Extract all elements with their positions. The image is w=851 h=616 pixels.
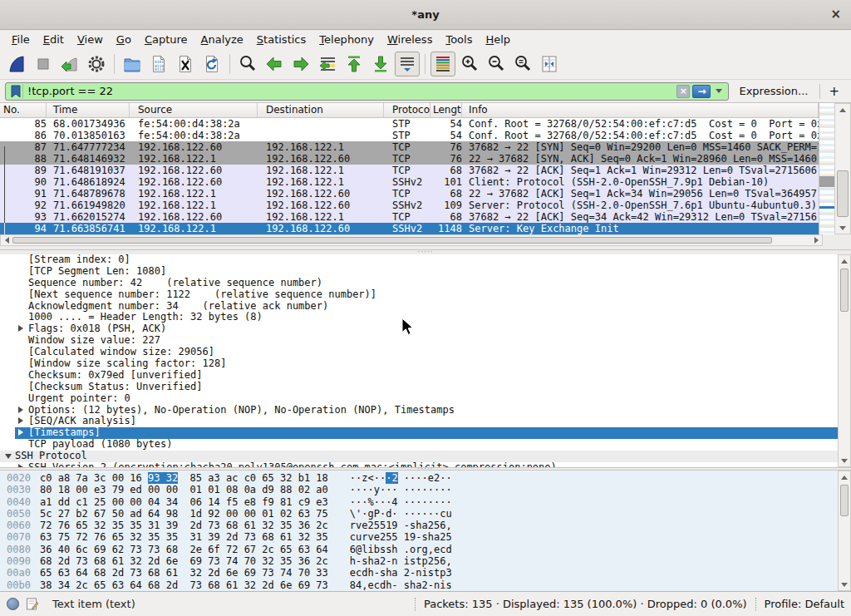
scroll-down-icon[interactable]	[839, 579, 850, 590]
detail-line[interactable]: [TCP Segment Len: 1080]	[0, 266, 838, 278]
scroll-down-icon[interactable]	[835, 222, 850, 234]
collapsed-arrow-icon[interactable]	[18, 427, 28, 439]
menu-capture[interactable]: Capture	[138, 32, 194, 47]
packet-list-hscroll-thumb[interactable]	[12, 237, 772, 244]
menu-analyze[interactable]: Analyze	[194, 32, 250, 47]
auto-scroll-icon[interactable]	[395, 52, 420, 76]
menu-statistics[interactable]: Statistics	[250, 32, 312, 47]
column-header-destination[interactable]: Destination	[258, 103, 384, 117]
add-filter-button[interactable]: +	[819, 84, 846, 99]
menu-telephony[interactable]: Telephony	[312, 32, 381, 47]
menu-tools[interactable]: Tools	[439, 32, 479, 47]
detail-line[interactable]: TCP payload (1080 bytes)	[0, 439, 838, 451]
column-header-protocol[interactable]: Protocol	[384, 103, 430, 117]
scroll-up-icon[interactable]	[839, 255, 850, 267]
filter-bookmark-icon[interactable]	[8, 84, 23, 99]
detail-line[interactable]: Acknowledgment number: 34 (relative ack …	[0, 301, 838, 313]
collapsed-arrow-icon[interactable]	[18, 462, 28, 467]
detail-line[interactable]: Window size value: 227	[0, 335, 838, 347]
close-window-button[interactable]: ×	[830, 7, 841, 21]
hex-row-0080[interactable]: 008036 40 6c 69 62 73 73 68 2e 6f 72 67 …	[0, 544, 851, 555]
hex-row-0050[interactable]: 00505c 27 b2 67 50 ad 64 98 1d 92 00 00 …	[0, 508, 851, 520]
packet-row-93[interactable]: 9371.662015274192.168.122.60192.168.122.…	[0, 211, 819, 223]
filter-history-dropdown-icon[interactable]	[716, 89, 722, 93]
hex-row-00a0[interactable]: 00a065 63 64 68 2d 73 68 61 32 2d 6e 69 …	[0, 567, 851, 579]
scroll-up-icon[interactable]	[835, 104, 850, 116]
packet-list-vscroll-thumb[interactable]	[837, 170, 849, 217]
details-vscrollbar[interactable]	[838, 254, 851, 467]
expression-button[interactable]: Expression...	[729, 85, 818, 97]
packet-row-85[interactable]: 8568.001734936fe:54:00:d4:38:2aSTP54Conf…	[0, 118, 819, 130]
packet-row-92[interactable]: 9271.661949820192.168.122.1192.168.122.6…	[0, 200, 819, 211]
hex-row-0020[interactable]: 0020c0 a8 7a 3c 00 16 93 32 85 a3 ac c0 …	[0, 472, 851, 484]
hex-row-0060[interactable]: 006072 76 65 32 35 35 31 39 2d 73 68 61 …	[0, 520, 851, 531]
detail-line[interactable]: SSH Protocol	[0, 451, 838, 462]
menu-file[interactable]: File	[5, 32, 37, 47]
packet-row-94[interactable]: 9471.663856741192.168.122.1192.168.122.6…	[0, 223, 819, 234]
column-header-no[interactable]: No.	[0, 103, 47, 117]
zoom-normal-icon[interactable]	[510, 52, 535, 76]
detail-line[interactable]: [Window size scaling factor: 128]	[0, 358, 838, 370]
detail-line[interactable]: Urgent pointer: 0	[0, 393, 838, 405]
collapsed-arrow-icon[interactable]	[18, 323, 28, 335]
scroll-left-icon[interactable]	[1, 235, 12, 245]
detail-line[interactable]: Flags: 0x018 (PSH, ACK)	[0, 323, 838, 335]
scroll-right-icon[interactable]	[810, 235, 822, 245]
column-header-source[interactable]: Source	[130, 103, 258, 117]
packet-row-86[interactable]: 8670.013850163fe:54:00:d4:38:2aSTP54Conf…	[0, 130, 819, 141]
collapsed-arrow-icon[interactable]	[18, 416, 28, 427]
hex-dump[interactable]: 0020c0 a8 7a 3c 00 16 93 32 85 a3 ac c0 …	[0, 472, 851, 591]
display-filter-text[interactable]: !tcp.port == 22	[27, 85, 676, 97]
hex-row-0040[interactable]: 0040a1 dd c1 25 00 00 04 34 06 14 f5 e8 …	[0, 496, 851, 508]
packet-row-88[interactable]: 8871.648146932192.168.122.1192.168.122.6…	[0, 153, 819, 165]
capture-options-icon[interactable]	[84, 52, 109, 76]
column-header-info[interactable]: Info	[462, 103, 819, 117]
expert-info-icon[interactable]	[7, 598, 19, 610]
menu-edit[interactable]: Edit	[37, 32, 71, 47]
menu-wireless[interactable]: Wireless	[381, 32, 439, 47]
detail-line[interactable]: Sequence number: 42 (relative sequence n…	[0, 278, 838, 289]
hex-row-0070[interactable]: 007063 75 72 76 65 32 35 35 31 39 2d 73 …	[0, 531, 851, 543]
detail-line[interactable]: [Stream index: 0]	[0, 254, 838, 266]
detail-line[interactable]: 1000 .... = Header Length: 32 bytes (8)	[0, 312, 838, 323]
reload-file-icon[interactable]	[199, 52, 224, 76]
detail-line[interactable]: Options: (12 bytes), No-Operation (NOP),…	[0, 405, 838, 416]
packet-list-vscrollbar[interactable]	[834, 103, 851, 234]
detail-line[interactable]: [Next sequence number: 1122 (relative se…	[0, 289, 838, 301]
display-filter-input[interactable]: !tcp.port == 22 × →	[5, 82, 729, 101]
detail-line[interactable]: [Timestamps]	[15, 427, 838, 439]
scroll-up-icon[interactable]	[839, 471, 850, 483]
menu-view[interactable]: View	[71, 32, 110, 47]
detail-line[interactable]: SSH Version 2 (encryption:chacha20-poly1…	[0, 462, 838, 467]
packet-row-90[interactable]: 9071.648618924192.168.122.60192.168.122.…	[0, 176, 819, 188]
detail-line[interactable]: [Checksum Status: Unverified]	[0, 382, 838, 393]
details-vscroll-thumb[interactable]	[840, 269, 849, 312]
resize-columns-icon[interactable]	[537, 52, 562, 76]
go-back-icon[interactable]	[262, 52, 287, 76]
filter-apply-button[interactable]: →	[692, 85, 711, 98]
scroll-down-icon[interactable]	[839, 455, 850, 466]
colorize-icon[interactable]	[430, 52, 455, 76]
hex-vscroll-thumb[interactable]	[840, 485, 849, 516]
menu-go[interactable]: Go	[110, 32, 138, 47]
menu-help[interactable]: Help	[479, 32, 517, 47]
status-profile[interactable]: Profile: Default	[765, 598, 844, 610]
hex-row-00b0[interactable]: 00b038 34 2c 65 63 64 68 2d 73 68 61 32 …	[0, 579, 851, 591]
packet-row-91[interactable]: 9171.648789678192.168.122.1192.168.122.6…	[0, 188, 819, 200]
go-last-packet-icon[interactable]	[368, 52, 393, 76]
detail-line[interactable]: [Calculated window size: 29056]	[0, 347, 838, 358]
hex-row-0090[interactable]: 009068 2d 73 68 61 32 2d 6e 69 73 74 70 …	[0, 555, 851, 567]
go-first-packet-icon[interactable]	[342, 52, 366, 76]
column-header-time[interactable]: Time	[47, 103, 130, 117]
zoom-in-icon[interactable]	[457, 52, 482, 76]
go-to-packet-icon[interactable]	[315, 52, 340, 76]
hex-row-0030[interactable]: 003080 18 00 e3 79 ed 00 00 01 01 08 0a …	[0, 484, 851, 495]
find-packet-icon[interactable]	[235, 52, 260, 76]
expanded-arrow-icon[interactable]	[5, 451, 15, 462]
packet-list-hscrollbar[interactable]	[0, 234, 823, 246]
intelligent-scrollbar-minimap[interactable]	[819, 103, 834, 234]
start-capture-icon[interactable]	[4, 52, 29, 76]
detail-line[interactable]: Checksum: 0x79ed [unverified]	[0, 370, 838, 382]
save-file-icon[interactable]: 010101100113	[146, 52, 171, 76]
close-file-icon[interactable]	[173, 52, 198, 76]
